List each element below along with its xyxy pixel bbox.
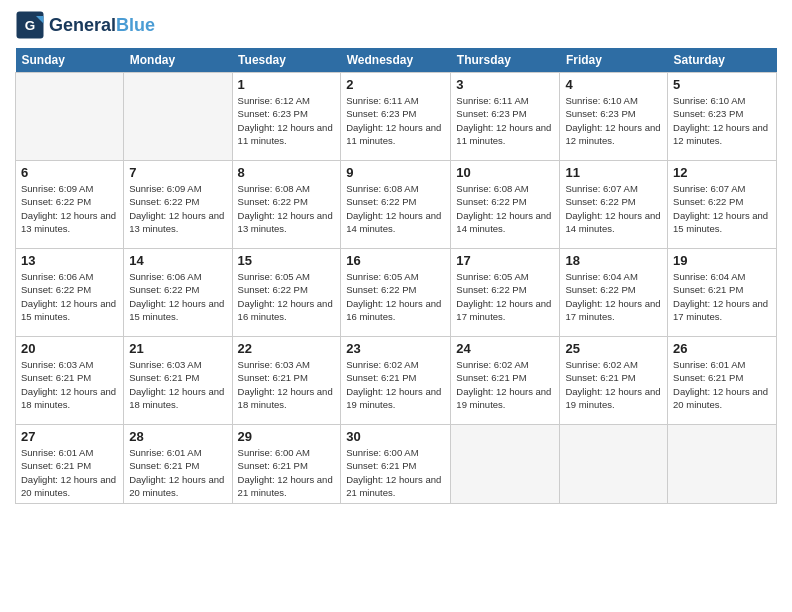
day-number: 17	[456, 253, 554, 268]
day-info: Sunrise: 6:07 AM Sunset: 6:22 PM Dayligh…	[673, 182, 771, 235]
day-number: 1	[238, 77, 336, 92]
calendar-week-5: 27Sunrise: 6:01 AM Sunset: 6:21 PM Dayli…	[16, 425, 777, 504]
day-info: Sunrise: 6:07 AM Sunset: 6:22 PM Dayligh…	[565, 182, 662, 235]
day-info: Sunrise: 6:06 AM Sunset: 6:22 PM Dayligh…	[21, 270, 118, 323]
day-info: Sunrise: 6:02 AM Sunset: 6:21 PM Dayligh…	[346, 358, 445, 411]
day-number: 4	[565, 77, 662, 92]
day-number: 2	[346, 77, 445, 92]
calendar-cell: 25Sunrise: 6:02 AM Sunset: 6:21 PM Dayli…	[560, 337, 668, 425]
calendar-table: SundayMondayTuesdayWednesdayThursdayFrid…	[15, 48, 777, 504]
calendar-cell: 26Sunrise: 6:01 AM Sunset: 6:21 PM Dayli…	[668, 337, 777, 425]
calendar-cell: 5Sunrise: 6:10 AM Sunset: 6:23 PM Daylig…	[668, 73, 777, 161]
day-info: Sunrise: 6:01 AM Sunset: 6:21 PM Dayligh…	[129, 446, 226, 499]
calendar-cell: 22Sunrise: 6:03 AM Sunset: 6:21 PM Dayli…	[232, 337, 341, 425]
day-info: Sunrise: 6:08 AM Sunset: 6:22 PM Dayligh…	[456, 182, 554, 235]
calendar-cell: 13Sunrise: 6:06 AM Sunset: 6:22 PM Dayli…	[16, 249, 124, 337]
calendar-cell: 4Sunrise: 6:10 AM Sunset: 6:23 PM Daylig…	[560, 73, 668, 161]
calendar-week-2: 6Sunrise: 6:09 AM Sunset: 6:22 PM Daylig…	[16, 161, 777, 249]
day-info: Sunrise: 6:01 AM Sunset: 6:21 PM Dayligh…	[21, 446, 118, 499]
day-info: Sunrise: 6:11 AM Sunset: 6:23 PM Dayligh…	[456, 94, 554, 147]
calendar-cell	[560, 425, 668, 504]
calendar-cell: 2Sunrise: 6:11 AM Sunset: 6:23 PM Daylig…	[341, 73, 451, 161]
day-number: 13	[21, 253, 118, 268]
day-info: Sunrise: 6:03 AM Sunset: 6:21 PM Dayligh…	[238, 358, 336, 411]
calendar-cell: 17Sunrise: 6:05 AM Sunset: 6:22 PM Dayli…	[451, 249, 560, 337]
day-number: 10	[456, 165, 554, 180]
day-header-wednesday: Wednesday	[341, 48, 451, 73]
calendar-cell: 12Sunrise: 6:07 AM Sunset: 6:22 PM Dayli…	[668, 161, 777, 249]
day-info: Sunrise: 6:04 AM Sunset: 6:22 PM Dayligh…	[565, 270, 662, 323]
day-info: Sunrise: 6:00 AM Sunset: 6:21 PM Dayligh…	[346, 446, 445, 499]
calendar-cell	[16, 73, 124, 161]
calendar-cell	[451, 425, 560, 504]
day-number: 29	[238, 429, 336, 444]
day-number: 21	[129, 341, 226, 356]
logo-text: GeneralBlue	[49, 15, 155, 36]
day-number: 28	[129, 429, 226, 444]
calendar-cell: 6Sunrise: 6:09 AM Sunset: 6:22 PM Daylig…	[16, 161, 124, 249]
day-header-friday: Friday	[560, 48, 668, 73]
day-info: Sunrise: 6:03 AM Sunset: 6:21 PM Dayligh…	[21, 358, 118, 411]
day-number: 6	[21, 165, 118, 180]
calendar-week-1: 1Sunrise: 6:12 AM Sunset: 6:23 PM Daylig…	[16, 73, 777, 161]
day-info: Sunrise: 6:05 AM Sunset: 6:22 PM Dayligh…	[456, 270, 554, 323]
calendar-cell: 20Sunrise: 6:03 AM Sunset: 6:21 PM Dayli…	[16, 337, 124, 425]
day-number: 24	[456, 341, 554, 356]
calendar-cell: 14Sunrise: 6:06 AM Sunset: 6:22 PM Dayli…	[124, 249, 232, 337]
calendar-cell: 16Sunrise: 6:05 AM Sunset: 6:22 PM Dayli…	[341, 249, 451, 337]
day-info: Sunrise: 6:02 AM Sunset: 6:21 PM Dayligh…	[565, 358, 662, 411]
day-number: 18	[565, 253, 662, 268]
day-header-sunday: Sunday	[16, 48, 124, 73]
day-number: 9	[346, 165, 445, 180]
day-info: Sunrise: 6:08 AM Sunset: 6:22 PM Dayligh…	[346, 182, 445, 235]
day-info: Sunrise: 6:08 AM Sunset: 6:22 PM Dayligh…	[238, 182, 336, 235]
calendar-cell: 9Sunrise: 6:08 AM Sunset: 6:22 PM Daylig…	[341, 161, 451, 249]
logo-icon: G	[15, 10, 45, 40]
day-number: 27	[21, 429, 118, 444]
calendar-cell: 3Sunrise: 6:11 AM Sunset: 6:23 PM Daylig…	[451, 73, 560, 161]
page: G GeneralBlue SundayMondayTuesdayWednesd…	[0, 0, 792, 612]
day-number: 26	[673, 341, 771, 356]
logo: G GeneralBlue	[15, 10, 155, 40]
day-info: Sunrise: 6:00 AM Sunset: 6:21 PM Dayligh…	[238, 446, 336, 499]
day-number: 5	[673, 77, 771, 92]
calendar-cell: 23Sunrise: 6:02 AM Sunset: 6:21 PM Dayli…	[341, 337, 451, 425]
day-info: Sunrise: 6:12 AM Sunset: 6:23 PM Dayligh…	[238, 94, 336, 147]
calendar-cell: 19Sunrise: 6:04 AM Sunset: 6:21 PM Dayli…	[668, 249, 777, 337]
day-number: 12	[673, 165, 771, 180]
day-info: Sunrise: 6:05 AM Sunset: 6:22 PM Dayligh…	[346, 270, 445, 323]
day-info: Sunrise: 6:05 AM Sunset: 6:22 PM Dayligh…	[238, 270, 336, 323]
day-number: 16	[346, 253, 445, 268]
calendar-cell: 18Sunrise: 6:04 AM Sunset: 6:22 PM Dayli…	[560, 249, 668, 337]
calendar-cell: 1Sunrise: 6:12 AM Sunset: 6:23 PM Daylig…	[232, 73, 341, 161]
day-header-tuesday: Tuesday	[232, 48, 341, 73]
svg-text:G: G	[25, 18, 36, 33]
day-number: 23	[346, 341, 445, 356]
day-info: Sunrise: 6:11 AM Sunset: 6:23 PM Dayligh…	[346, 94, 445, 147]
day-info: Sunrise: 6:01 AM Sunset: 6:21 PM Dayligh…	[673, 358, 771, 411]
calendar-cell: 27Sunrise: 6:01 AM Sunset: 6:21 PM Dayli…	[16, 425, 124, 504]
calendar-cell: 8Sunrise: 6:08 AM Sunset: 6:22 PM Daylig…	[232, 161, 341, 249]
calendar-cell: 10Sunrise: 6:08 AM Sunset: 6:22 PM Dayli…	[451, 161, 560, 249]
day-info: Sunrise: 6:10 AM Sunset: 6:23 PM Dayligh…	[673, 94, 771, 147]
day-number: 30	[346, 429, 445, 444]
calendar-cell: 30Sunrise: 6:00 AM Sunset: 6:21 PM Dayli…	[341, 425, 451, 504]
calendar-week-4: 20Sunrise: 6:03 AM Sunset: 6:21 PM Dayli…	[16, 337, 777, 425]
day-header-thursday: Thursday	[451, 48, 560, 73]
day-info: Sunrise: 6:09 AM Sunset: 6:22 PM Dayligh…	[129, 182, 226, 235]
day-number: 22	[238, 341, 336, 356]
calendar-cell: 21Sunrise: 6:03 AM Sunset: 6:21 PM Dayli…	[124, 337, 232, 425]
day-info: Sunrise: 6:06 AM Sunset: 6:22 PM Dayligh…	[129, 270, 226, 323]
day-info: Sunrise: 6:03 AM Sunset: 6:21 PM Dayligh…	[129, 358, 226, 411]
day-number: 15	[238, 253, 336, 268]
day-number: 11	[565, 165, 662, 180]
day-number: 20	[21, 341, 118, 356]
day-info: Sunrise: 6:10 AM Sunset: 6:23 PM Dayligh…	[565, 94, 662, 147]
day-number: 7	[129, 165, 226, 180]
calendar-header-row: SundayMondayTuesdayWednesdayThursdayFrid…	[16, 48, 777, 73]
day-number: 19	[673, 253, 771, 268]
day-number: 8	[238, 165, 336, 180]
header: G GeneralBlue	[15, 10, 777, 40]
calendar-cell: 7Sunrise: 6:09 AM Sunset: 6:22 PM Daylig…	[124, 161, 232, 249]
day-info: Sunrise: 6:09 AM Sunset: 6:22 PM Dayligh…	[21, 182, 118, 235]
